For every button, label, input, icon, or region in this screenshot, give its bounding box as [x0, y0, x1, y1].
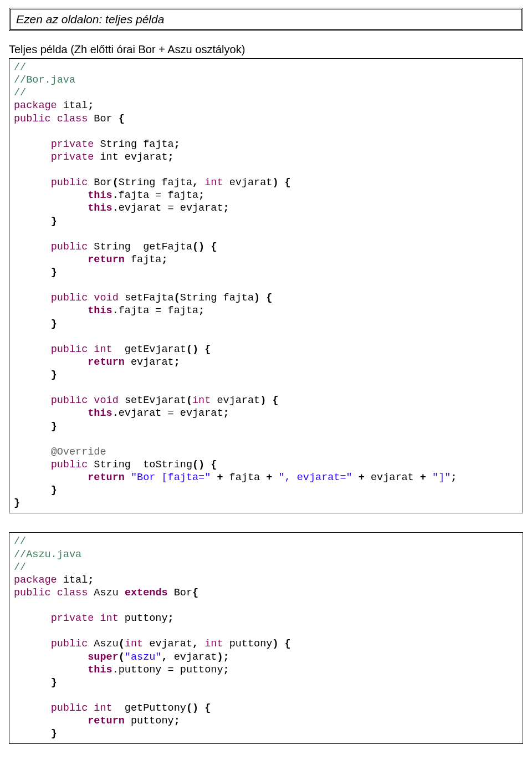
code-bor: // //Bor.java // package ital; public cl…	[14, 61, 518, 509]
page-banner: Ezen az oldalon: teljes példa	[9, 8, 523, 31]
code-block-aszu: // //Aszu.java // package ital; public c…	[9, 532, 523, 744]
section-title: Teljes példa (Zh előtti órai Bor + Aszu …	[9, 43, 523, 56]
code-aszu: // //Aszu.java // package ital; public c…	[14, 535, 518, 740]
code-block-bor: // //Bor.java // package ital; public cl…	[9, 58, 523, 513]
